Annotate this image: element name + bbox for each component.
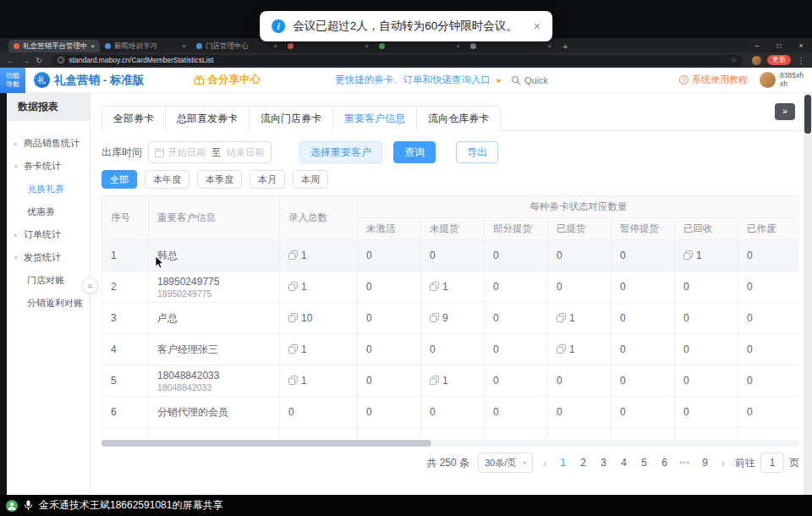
cell-count[interactable]: 1	[280, 240, 358, 272]
back-icon[interactable]: ←	[7, 56, 15, 65]
cell-count: 0	[612, 365, 675, 397]
microphone-icon[interactable]	[24, 500, 33, 511]
browser-tab[interactable]: ×	[465, 40, 557, 52]
quick-filter-chip[interactable]: 全部	[102, 170, 137, 189]
cell-count[interactable]: 1	[548, 334, 612, 365]
cell-count[interactable]: 1	[280, 334, 358, 365]
cell-count[interactable]: 18	[421, 428, 485, 439]
page-size-select[interactable]: 30条/页 ▾	[478, 453, 533, 473]
horizontal-scrollbar[interactable]	[102, 440, 799, 447]
sidebar-item[interactable]: 兑换礼券	[7, 178, 90, 200]
export-button[interactable]: 导出	[456, 141, 498, 163]
cell-count[interactable]: 1	[280, 272, 358, 303]
sidebar-item[interactable]: ▸订单统计	[7, 223, 90, 246]
page-scrollbar[interactable]	[804, 93, 812, 495]
browser-update-button[interactable]: 更新	[767, 55, 791, 65]
next-page-button[interactable]: ›	[720, 457, 727, 469]
quick-filter-chip[interactable]: 本月	[250, 170, 285, 189]
share-center-link[interactable]: 合分享中心	[194, 73, 261, 87]
site-info-icon[interactable]: i	[58, 57, 64, 63]
quick-search[interactable]: Quick	[511, 75, 548, 85]
quick-filter-chip[interactable]: 本季度	[197, 170, 242, 189]
cell-count[interactable]: 1	[421, 365, 485, 397]
window-close-button[interactable]: ×	[790, 41, 812, 50]
page-number[interactable]: 3	[598, 457, 610, 469]
sidebar-item[interactable]: ▾发货统计	[7, 246, 90, 269]
page-scrollbar-thumb[interactable]	[804, 95, 811, 134]
cell-count[interactable]: 10	[280, 303, 358, 334]
page-number[interactable]: 2	[578, 457, 590, 469]
table-row[interactable]: 3卢总100901000	[102, 303, 800, 334]
table-row[interactable]: 7唐总2001801010	[102, 428, 800, 439]
table-row[interactable]: 5180488420331804884203310100000	[102, 365, 800, 397]
sidebar-item[interactable]: 分销返利对账	[7, 292, 90, 315]
browser-tab[interactable]: ×	[283, 40, 374, 52]
horizontal-scrollbar-thumb[interactable]	[102, 440, 431, 447]
window-maximize-button[interactable]: □	[768, 41, 790, 50]
new-tab-button[interactable]: +	[562, 41, 568, 52]
user-avatar[interactable]	[760, 72, 776, 88]
tab-close-icon[interactable]: ×	[547, 42, 551, 50]
date-range-input[interactable]: 开始日期 至 结束日期	[148, 141, 272, 163]
prev-page-button[interactable]: ‹	[541, 457, 548, 469]
table-row[interactable]: 1韩总10000010	[102, 240, 800, 272]
quick-filter-chip[interactable]: 本年度	[145, 170, 189, 189]
caret-down-icon: ▾	[14, 163, 20, 170]
tab-close-icon[interactable]: ×	[273, 42, 277, 50]
cell-count[interactable]: 1	[675, 240, 738, 272]
page-number[interactable]: 1	[557, 457, 569, 469]
caret-down-icon: ▾	[14, 255, 20, 261]
cell-count[interactable]: 1	[421, 272, 485, 303]
cell-count[interactable]: 1	[548, 428, 612, 439]
forward-icon[interactable]: →	[21, 56, 30, 65]
window-minimize-button[interactable]: –	[746, 41, 768, 50]
bookmark-star-icon[interactable]: ☆	[730, 56, 737, 64]
sidebar-item[interactable]: ▾券卡统计	[7, 155, 90, 178]
browser-tab[interactable]: 礼盒营销平台管理中心×	[8, 40, 100, 52]
page-goto-input[interactable]	[760, 453, 784, 473]
content-tabbar: 全部券卡总部直发券卡流向门店券卡重要客户信息流向仓库券卡	[102, 106, 799, 131]
status-column-header: 暂停提货	[612, 218, 675, 240]
page-number[interactable]: 5	[639, 457, 650, 469]
browser-menu-icon[interactable]: ⋮	[797, 56, 805, 65]
browser-tab[interactable]: 门店管理中心×	[191, 40, 283, 52]
toast-close-icon[interactable]: ×	[534, 19, 540, 33]
tab-close-icon[interactable]: ×	[365, 42, 369, 50]
cell-count[interactable]: 1	[548, 303, 612, 334]
select-customer-button[interactable]: 选择重要客户	[299, 141, 382, 163]
browser-profile-avatar[interactable]	[752, 56, 761, 65]
content-tab[interactable]: 重要客户信息	[332, 107, 416, 131]
sidebar-item[interactable]: ▸商品销售统计	[7, 132, 90, 155]
tab-close-icon[interactable]: ×	[91, 42, 95, 50]
content-tab[interactable]: 全部券卡	[102, 107, 165, 131]
sidebar-item-label: 优惠券	[27, 206, 55, 218]
refresh-icon[interactable]: ↻	[36, 56, 42, 65]
quick-entry-link[interactable]: 更快捷的券卡、订单和快递查询入口	[335, 74, 491, 86]
cell-count[interactable]: 20	[280, 428, 358, 439]
browser-tab[interactable]: 新闻培训学习×	[100, 40, 191, 52]
sidebar-collapse-handle[interactable]: ≡	[82, 277, 98, 294]
table-row[interactable]: 6分销代理的会员00000000	[102, 397, 800, 428]
sidebar-item[interactable]: 门店对账	[7, 269, 90, 292]
tab-close-icon[interactable]: ×	[182, 42, 186, 50]
page-number[interactable]: 4	[618, 457, 630, 469]
content-tab[interactable]: 总部直发券卡	[165, 107, 249, 131]
page-number[interactable]: 6	[659, 457, 671, 469]
content-tab[interactable]: 流向门店券卡	[249, 107, 332, 131]
quick-filter-chip[interactable]: 本周	[293, 170, 328, 189]
tab-close-icon[interactable]: ×	[456, 42, 460, 50]
tutorial-link[interactable]: ? 系统使用教程	[679, 74, 748, 86]
drawer-toggle[interactable]: »	[775, 103, 795, 120]
cell-count[interactable]: 1	[675, 428, 738, 439]
page-number[interactable]: 9	[700, 457, 711, 469]
content-tab[interactable]: 流向仓库券卡	[416, 107, 500, 131]
address-bar[interactable]: i standard.maboy.cn/CardMemberStatistics…	[52, 55, 743, 66]
function-nav-button[interactable]: 功能 导航	[0, 68, 25, 93]
query-button[interactable]: 查询	[393, 141, 436, 163]
table-row[interactable]: 2189502497751895024977510100000	[102, 272, 800, 303]
cell-count[interactable]: 9	[421, 303, 485, 334]
table-row[interactable]: 4客户经理张三10001000	[102, 334, 800, 365]
cell-count[interactable]: 1	[280, 365, 358, 397]
browser-tab[interactable]: ×	[374, 40, 465, 52]
sidebar-item[interactable]: 优惠券	[7, 200, 90, 223]
